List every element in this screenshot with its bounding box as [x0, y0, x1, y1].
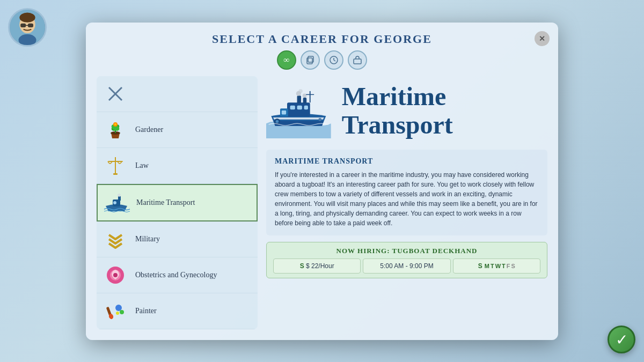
career-detail-panel: Maritime Transport Maritime Transport If…	[266, 76, 547, 329]
days-row: S M T W T F S	[459, 262, 535, 270]
career-icon-scissors	[102, 80, 129, 107]
svg-point-47	[298, 89, 302, 93]
day-T: T	[491, 263, 494, 269]
close-button[interactable]: ✕	[535, 31, 550, 46]
career-label-gardener: Gardener	[135, 125, 163, 134]
hiring-label: Now Hiring: Tugboat Deckhand	[273, 247, 540, 255]
career-icon-gardener	[102, 116, 129, 143]
career-label-law: Law	[135, 161, 149, 170]
svg-rect-41	[304, 105, 308, 109]
career-icon-maritime	[103, 189, 130, 216]
career-item-maritime[interactable]: Maritime Transport	[97, 184, 258, 221]
career-selection-dialog: Select a Career for George ∞ ✕	[86, 23, 558, 340]
svg-rect-4	[28, 24, 33, 27]
briefcase-icon-btn[interactable]	[348, 50, 367, 70]
clock-icon-btn[interactable]	[324, 50, 343, 70]
career-item-unknown[interactable]	[97, 76, 258, 112]
career-item-military[interactable]: Military	[97, 221, 258, 257]
hiring-details: S $ 22/Hour 5:00 AM - 9:00 PM S M T W T …	[273, 258, 540, 274]
svg-point-2	[19, 13, 35, 23]
dialog-header: Select a Career for George ∞ ✕	[86, 23, 558, 76]
career-icon-painter	[102, 298, 129, 324]
career-item-law[interactable]: Law	[97, 148, 258, 184]
day-W: W	[495, 263, 501, 269]
svg-point-32	[113, 273, 118, 277]
svg-point-20	[114, 123, 116, 125]
svg-rect-25	[113, 173, 118, 175]
career-list: Gardener	[97, 76, 258, 329]
career-description-box: Maritime Transport If you're interested …	[266, 150, 547, 235]
svg-point-53	[318, 117, 321, 121]
svg-point-48	[303, 93, 306, 97]
career-description-title: Maritime Transport	[275, 157, 539, 166]
svg-rect-12	[354, 59, 361, 64]
infinity-icon-btn[interactable]: ∞	[277, 50, 296, 70]
career-hero-title: Maritime Transport	[342, 83, 547, 139]
svg-rect-45	[303, 97, 306, 103]
svg-point-36	[120, 310, 124, 314]
career-label-obgyn: Obstetrics and Gynecology	[135, 271, 217, 279]
svg-rect-28	[118, 196, 121, 201]
svg-rect-40	[297, 105, 302, 109]
career-icon-military	[102, 226, 129, 253]
svg-point-27	[113, 201, 116, 204]
dialog-content: Gardener	[86, 76, 558, 340]
day-S2: S	[511, 263, 515, 269]
svg-point-52	[276, 120, 279, 123]
confirm-button[interactable]: ✓	[608, 326, 635, 353]
career-description-text: If you're interested in a career in the …	[275, 170, 539, 228]
career-label-painter: Painter	[135, 307, 157, 315]
svg-point-29	[118, 194, 121, 197]
career-label-military: Military	[135, 235, 160, 243]
career-item-gardener[interactable]: Gardener	[97, 112, 258, 148]
career-hero: Maritime Transport	[266, 76, 547, 143]
copy-icon-btn[interactable]	[301, 50, 320, 70]
day-T2: T	[502, 263, 506, 269]
career-item-obgyn[interactable]: Obstetrics and Gynecology	[97, 257, 258, 293]
avatar	[8, 8, 47, 47]
header-icons: ∞	[118, 50, 526, 70]
career-label-maritime: Maritime Transport	[136, 198, 195, 207]
day-M: M	[485, 263, 489, 269]
career-icon-law	[102, 152, 129, 179]
svg-point-37	[116, 312, 119, 315]
svg-rect-39	[290, 105, 295, 109]
day-F: F	[507, 263, 510, 269]
hiring-box: Now Hiring: Tugboat Deckhand S $ 22/Hour…	[266, 242, 547, 278]
hiring-pay: S $ 22/Hour	[273, 258, 361, 274]
svg-rect-44	[297, 95, 301, 104]
career-item-painter[interactable]: Painter	[97, 293, 258, 329]
svg-point-6	[19, 34, 36, 46]
svg-rect-3	[20, 24, 26, 27]
hiring-hours: 5:00 AM - 9:00 PM	[363, 258, 450, 274]
svg-rect-43	[282, 110, 286, 114]
svg-line-11	[334, 60, 335, 61]
svg-point-35	[115, 305, 122, 311]
career-list-panel: Gardener	[97, 76, 258, 329]
dialog-title: Select a Career for George	[118, 32, 526, 46]
career-icon-obgyn	[102, 262, 129, 289]
hiring-days: S M T W T F S	[453, 258, 540, 274]
career-hero-image	[266, 82, 331, 141]
